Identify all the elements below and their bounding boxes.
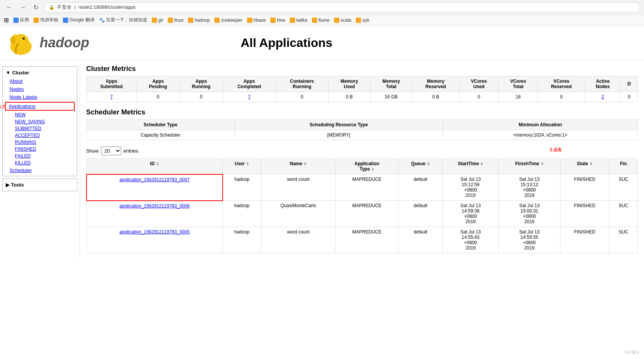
cluster-label: Cluster xyxy=(12,70,29,76)
zookeeper-icon xyxy=(214,18,220,23)
col-scheduler-type: Scheduler Type xyxy=(87,120,235,130)
bookmark-apps[interactable]: 应用 xyxy=(13,17,29,23)
sidebar-tools-title[interactable]: ▶ Tools xyxy=(3,180,77,189)
val-apps-pending: 0 xyxy=(137,92,179,102)
bookmark-baidu[interactable]: 🐾 百度一下，你就知道 xyxy=(99,17,147,23)
insecure-label: 不安全 xyxy=(57,4,72,10)
sidebar-applications-link[interactable]: Applications xyxy=(5,102,75,111)
val-minimum-allocation: <memory:1024, vCores:1> xyxy=(443,130,638,140)
sidebar-running-link[interactable]: RUNNING xyxy=(13,139,77,146)
val-vcores-total: 16 xyxy=(499,92,538,102)
bookmark-hadoop[interactable]: hadoop xyxy=(188,18,210,23)
sidebar-new-link[interactable]: NEW xyxy=(13,111,77,118)
val-scheduling-resource-type: [MEMORY] xyxy=(234,130,443,140)
google-label: Google 翻译 xyxy=(69,17,95,23)
col-finishtime[interactable]: FinishTime ⇕ xyxy=(499,159,560,174)
col-apps-submitted: AppsSubmitted xyxy=(87,76,137,92)
sidebar-cluster-title[interactable]: ▼ Cluster xyxy=(3,68,77,77)
bookmark-flume[interactable]: flume xyxy=(312,18,329,23)
hive-icon xyxy=(270,18,276,23)
sidebar-cluster-section: ▼ Cluster About Nodes Node Labels 1.点击 A… xyxy=(2,66,77,176)
col-application-type[interactable]: ApplicationType ⇕ xyxy=(336,159,398,174)
bookmark-zookeeper[interactable]: zookeeper xyxy=(214,18,242,23)
main-content: Cluster Metrics AppsSubmitted AppsPendin… xyxy=(80,60,644,258)
table-row: application_1562912119783_0005 hadoop wo… xyxy=(87,227,638,253)
bookmark-hive[interactable]: hive xyxy=(270,18,285,23)
val-scheduler-type: Capacity Scheduler xyxy=(87,130,235,140)
app-fin-cell: SUC xyxy=(609,174,638,201)
flume-icon xyxy=(312,18,317,23)
bookmark-git[interactable]: git xyxy=(152,18,163,23)
forward-button[interactable]: → xyxy=(18,3,28,11)
val-memory-total: 16 GB xyxy=(370,92,412,102)
entries-select[interactable]: 10 20 50 100 xyxy=(101,146,121,155)
bookmark-hbase[interactable]: hbase xyxy=(247,18,266,23)
col-starttime[interactable]: StartTime ⇕ xyxy=(443,159,499,174)
linux-label: linux xyxy=(174,18,184,23)
linux-icon xyxy=(168,18,173,23)
active-nodes-link[interactable]: 2 xyxy=(602,94,604,100)
app-id-link-0005[interactable]: application_1562912119783_0005 xyxy=(119,229,190,235)
col-user[interactable]: User ⇕ xyxy=(223,159,261,174)
col-containers-running: ContainersRunning xyxy=(275,76,328,92)
tools-label: Tools xyxy=(11,182,24,188)
col-d: D xyxy=(621,76,638,92)
col-state[interactable]: State ⇕ xyxy=(560,159,609,174)
school-label: 培训学校 xyxy=(40,17,58,23)
browser-chrome: ← → ↻ 🔒 不安全 | node1:18088/cluster/apps ⊞… xyxy=(0,0,644,26)
app-name-cell: QuasiMonteCarlo xyxy=(261,201,336,227)
app-id-link-0007[interactable]: application_1562912119783_0007 xyxy=(119,177,190,182)
bookmark-kafka[interactable]: kafka xyxy=(290,18,307,23)
sidebar-nodes-link[interactable]: Nodes xyxy=(3,85,77,93)
sidebar-finished-link[interactable]: FINISHED xyxy=(13,146,77,153)
kafka-label: kafka xyxy=(296,18,307,23)
scheduler-metrics-table: Scheduler Type Scheduling Resource Type … xyxy=(86,119,638,140)
state-sort-icon: ⇕ xyxy=(589,162,593,166)
url-text: node1:18088/cluster/apps xyxy=(79,4,136,10)
app-state-cell: FINISHED xyxy=(560,227,609,253)
val-containers-running: 0 xyxy=(275,92,328,102)
sidebar-killed-link[interactable]: KILLED xyxy=(13,159,77,166)
apps-submitted-link[interactable]: 7 xyxy=(110,94,113,100)
col-name[interactable]: Name ⇕ xyxy=(261,159,336,174)
sidebar-submitted-link[interactable]: SUBMITTED xyxy=(13,125,77,132)
browser-toolbar: ← → ↻ 🔒 不安全 | node1:18088/cluster/apps xyxy=(0,0,644,14)
sidebar-newsaving-link[interactable]: NEW_SAVING xyxy=(13,118,77,125)
col-id[interactable]: ID ⇕ xyxy=(87,159,223,174)
app-start-cell: Sat Jul 1315:12:59+08002019 xyxy=(443,174,499,201)
bookmark-linux[interactable]: linux xyxy=(168,18,184,23)
apps-grid-icon[interactable]: ⊞ xyxy=(4,16,9,24)
baidu-icon: 🐾 xyxy=(99,18,105,23)
apps-completed-link[interactable]: 7 xyxy=(248,94,251,100)
sidebar-failed-link[interactable]: FAILED xyxy=(13,153,77,159)
id-sort-icon: ⇕ xyxy=(156,162,159,166)
app-start-cell: Sat Jul 1314:55:43+08002019 xyxy=(443,227,499,253)
bookmark-azk[interactable]: azk xyxy=(356,18,369,23)
sidebar-about-link[interactable]: About xyxy=(3,77,77,85)
sidebar-tools-section: ▶ Tools xyxy=(2,179,77,191)
val-active-nodes: 2 xyxy=(585,92,621,102)
app-id-cell: application_1562912119783_0007 xyxy=(87,174,223,201)
refresh-button[interactable]: ↻ xyxy=(31,3,41,12)
app-type-cell: MAPREDUCE xyxy=(336,227,398,253)
val-d: 0 xyxy=(621,92,638,102)
app-type-cell: MAPREDUCE xyxy=(336,201,398,227)
address-bar[interactable]: 🔒 不安全 | node1:18088/cluster/apps xyxy=(44,2,640,12)
app-queue-cell: default xyxy=(398,227,443,253)
bookmark-school[interactable]: 培训学校 xyxy=(34,17,58,23)
col-queue[interactable]: Queue ⇕ xyxy=(398,159,443,174)
elephant-logo xyxy=(8,29,38,56)
sidebar-nodelabels-link[interactable]: Node Labels xyxy=(3,93,77,101)
app-name-cell: word count xyxy=(261,174,336,201)
scala-icon xyxy=(334,18,339,23)
sidebar-scheduler-link[interactable]: Scheduler xyxy=(3,166,77,174)
annotation-1: 1.点击 xyxy=(0,103,6,109)
sidebar-accepted-link[interactable]: ACCEPTED xyxy=(13,132,77,139)
bookmark-scala[interactable]: scala xyxy=(334,18,351,23)
back-button[interactable]: ← xyxy=(4,3,14,11)
hive-label: hive xyxy=(277,18,285,23)
app-id-link-0006[interactable]: application_1562912119783_0006 xyxy=(119,203,190,209)
app-finish-cell: Sat Jul 1315:13:12+08002019 xyxy=(499,174,560,201)
bookmark-google-translate[interactable]: Google 翻译 xyxy=(63,17,95,23)
cluster-metrics-title: Cluster Metrics xyxy=(86,65,638,73)
